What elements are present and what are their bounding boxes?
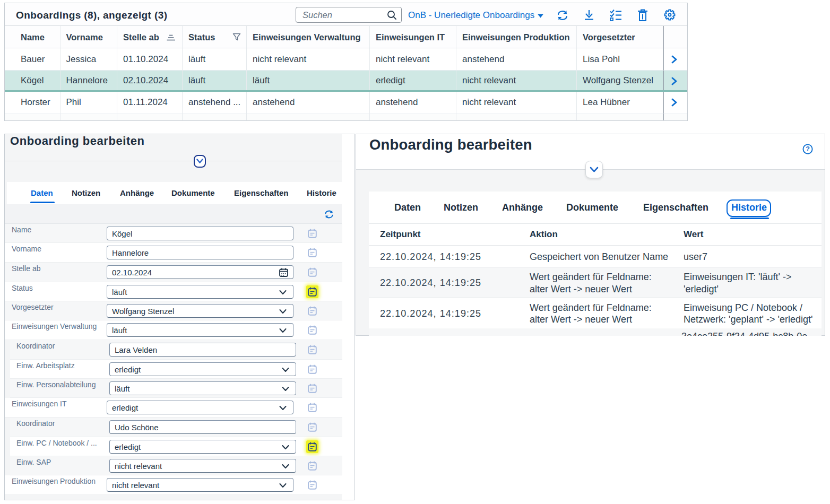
svg-text:?: ? <box>806 145 810 153</box>
